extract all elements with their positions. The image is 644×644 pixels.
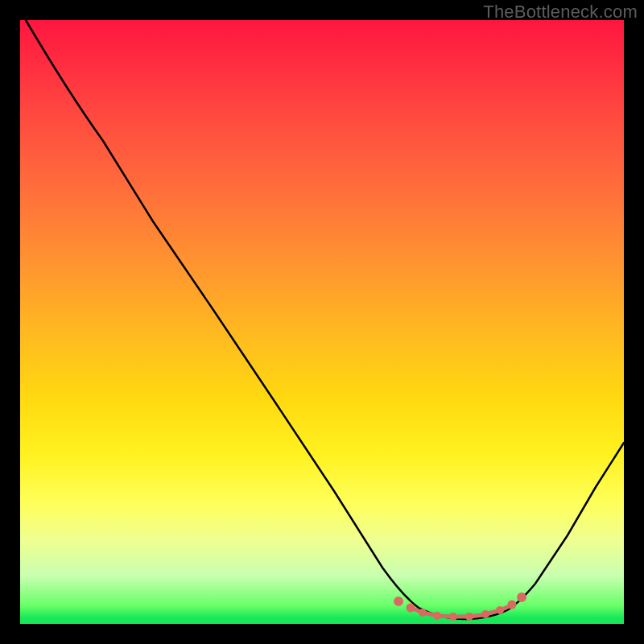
svg-line-4 xyxy=(423,613,435,615)
svg-line-6 xyxy=(437,616,451,617)
svg-point-16 xyxy=(518,593,526,601)
svg-line-10 xyxy=(469,615,483,617)
plot-area xyxy=(20,20,624,624)
watermark-text: TheBottleneck.com xyxy=(483,2,638,23)
svg-point-0 xyxy=(394,597,402,605)
chart-container: TheBottleneck.com xyxy=(0,0,644,644)
bottleneck-curve xyxy=(26,20,624,619)
optimal-range-marker xyxy=(394,593,526,620)
curve-overlay xyxy=(20,20,624,624)
svg-point-15 xyxy=(509,601,516,609)
